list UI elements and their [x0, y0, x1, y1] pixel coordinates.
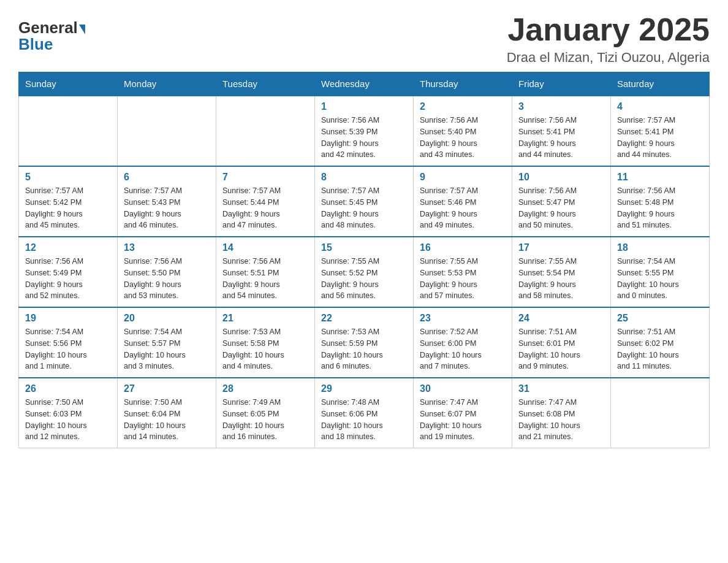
calendar-cell: 16Sunrise: 7:55 AM Sunset: 5:53 PM Dayli… — [414, 237, 512, 307]
calendar-cell: 26Sunrise: 7:50 AM Sunset: 6:03 PM Dayli… — [19, 378, 118, 448]
page-header: General Blue January 2025 Draa el Mizan,… — [18, 12, 710, 66]
week-row-4: 19Sunrise: 7:54 AM Sunset: 5:56 PM Dayli… — [19, 307, 710, 378]
day-number: 17 — [518, 242, 604, 253]
calendar-cell: 24Sunrise: 7:51 AM Sunset: 6:01 PM Dayli… — [512, 307, 611, 378]
day-info: Sunrise: 7:50 AM Sunset: 6:03 PM Dayligh… — [25, 397, 111, 443]
calendar-cell: 29Sunrise: 7:48 AM Sunset: 6:06 PM Dayli… — [315, 378, 414, 448]
day-number: 27 — [124, 383, 210, 394]
day-info: Sunrise: 7:47 AM Sunset: 6:08 PM Dayligh… — [518, 397, 604, 443]
day-number: 20 — [124, 313, 210, 324]
calendar-cell: 8Sunrise: 7:57 AM Sunset: 5:45 PM Daylig… — [315, 166, 414, 237]
calendar-cell: 19Sunrise: 7:54 AM Sunset: 5:56 PM Dayli… — [19, 307, 118, 378]
calendar-cell: 28Sunrise: 7:49 AM Sunset: 6:05 PM Dayli… — [216, 378, 315, 448]
calendar-cell: 27Sunrise: 7:50 AM Sunset: 6:04 PM Dayli… — [118, 378, 216, 448]
calendar-cell: 5Sunrise: 7:57 AM Sunset: 5:42 PM Daylig… — [19, 166, 118, 237]
column-header-saturday: Saturday — [611, 72, 710, 96]
calendar-cell: 4Sunrise: 7:57 AM Sunset: 5:41 PM Daylig… — [611, 96, 710, 166]
day-info: Sunrise: 7:54 AM Sunset: 5:56 PM Dayligh… — [25, 326, 111, 372]
calendar-cell — [118, 96, 216, 166]
day-info: Sunrise: 7:57 AM Sunset: 5:46 PM Dayligh… — [420, 185, 506, 231]
day-number: 22 — [321, 313, 407, 324]
logo-blue-text: Blue — [18, 35, 53, 54]
calendar-cell: 12Sunrise: 7:56 AM Sunset: 5:49 PM Dayli… — [19, 237, 118, 307]
day-info: Sunrise: 7:53 AM Sunset: 5:58 PM Dayligh… — [222, 326, 308, 372]
calendar-cell: 23Sunrise: 7:52 AM Sunset: 6:00 PM Dayli… — [414, 307, 512, 378]
day-number: 6 — [124, 172, 210, 183]
day-info: Sunrise: 7:56 AM Sunset: 5:39 PM Dayligh… — [321, 115, 407, 161]
day-info: Sunrise: 7:57 AM Sunset: 5:44 PM Dayligh… — [222, 185, 308, 231]
calendar-cell: 3Sunrise: 7:56 AM Sunset: 5:41 PM Daylig… — [512, 96, 611, 166]
day-number: 25 — [617, 313, 703, 324]
calendar-cell: 21Sunrise: 7:53 AM Sunset: 5:58 PM Dayli… — [216, 307, 315, 378]
calendar-cell: 20Sunrise: 7:54 AM Sunset: 5:57 PM Dayli… — [118, 307, 216, 378]
day-info: Sunrise: 7:53 AM Sunset: 5:59 PM Dayligh… — [321, 326, 407, 372]
week-row-3: 12Sunrise: 7:56 AM Sunset: 5:49 PM Dayli… — [19, 237, 710, 307]
calendar-cell: 11Sunrise: 7:56 AM Sunset: 5:48 PM Dayli… — [611, 166, 710, 237]
calendar-header-row: SundayMondayTuesdayWednesdayThursdayFrid… — [19, 72, 710, 96]
day-number: 4 — [617, 101, 703, 112]
day-number: 26 — [25, 383, 111, 394]
day-info: Sunrise: 7:47 AM Sunset: 6:07 PM Dayligh… — [420, 397, 506, 443]
day-info: Sunrise: 7:56 AM Sunset: 5:40 PM Dayligh… — [420, 115, 506, 161]
day-number: 12 — [25, 242, 111, 253]
day-info: Sunrise: 7:56 AM Sunset: 5:47 PM Dayligh… — [518, 185, 604, 231]
day-number: 7 — [222, 172, 308, 183]
calendar-title: January 2025 — [507, 12, 710, 47]
week-row-5: 26Sunrise: 7:50 AM Sunset: 6:03 PM Dayli… — [19, 378, 710, 448]
day-info: Sunrise: 7:55 AM Sunset: 5:53 PM Dayligh… — [420, 256, 506, 302]
calendar-cell: 13Sunrise: 7:56 AM Sunset: 5:50 PM Dayli… — [118, 237, 216, 307]
calendar-cell: 14Sunrise: 7:56 AM Sunset: 5:51 PM Dayli… — [216, 237, 315, 307]
column-header-tuesday: Tuesday — [216, 72, 315, 96]
day-number: 10 — [518, 172, 604, 183]
day-number: 11 — [617, 172, 703, 183]
logo: General Blue — [18, 18, 85, 54]
day-number: 23 — [420, 313, 506, 324]
calendar-cell: 30Sunrise: 7:47 AM Sunset: 6:07 PM Dayli… — [414, 378, 512, 448]
day-info: Sunrise: 7:52 AM Sunset: 6:00 PM Dayligh… — [420, 326, 506, 372]
day-number: 21 — [222, 313, 308, 324]
calendar-cell: 15Sunrise: 7:55 AM Sunset: 5:52 PM Dayli… — [315, 237, 414, 307]
calendar-cell — [216, 96, 315, 166]
column-header-monday: Monday — [118, 72, 216, 96]
day-number: 19 — [25, 313, 111, 324]
logo-arrow-icon — [79, 25, 85, 34]
calendar-table: SundayMondayTuesdayWednesdayThursdayFrid… — [18, 72, 710, 448]
day-number: 30 — [420, 383, 506, 394]
calendar-cell: 17Sunrise: 7:55 AM Sunset: 5:54 PM Dayli… — [512, 237, 611, 307]
day-info: Sunrise: 7:56 AM Sunset: 5:49 PM Dayligh… — [25, 256, 111, 302]
column-header-thursday: Thursday — [414, 72, 512, 96]
calendar-cell — [19, 96, 118, 166]
calendar-cell: 9Sunrise: 7:57 AM Sunset: 5:46 PM Daylig… — [414, 166, 512, 237]
day-number: 3 — [518, 101, 604, 112]
calendar-cell: 31Sunrise: 7:47 AM Sunset: 6:08 PM Dayli… — [512, 378, 611, 448]
day-info: Sunrise: 7:54 AM Sunset: 5:55 PM Dayligh… — [617, 256, 703, 302]
day-info: Sunrise: 7:51 AM Sunset: 6:02 PM Dayligh… — [617, 326, 703, 372]
day-info: Sunrise: 7:56 AM Sunset: 5:51 PM Dayligh… — [222, 256, 308, 302]
calendar-cell: 22Sunrise: 7:53 AM Sunset: 5:59 PM Dayli… — [315, 307, 414, 378]
day-number: 28 — [222, 383, 308, 394]
day-info: Sunrise: 7:57 AM Sunset: 5:45 PM Dayligh… — [321, 185, 407, 231]
day-info: Sunrise: 7:57 AM Sunset: 5:43 PM Dayligh… — [124, 185, 210, 231]
day-number: 9 — [420, 172, 506, 183]
day-number: 24 — [518, 313, 604, 324]
day-number: 5 — [25, 172, 111, 183]
calendar-cell: 25Sunrise: 7:51 AM Sunset: 6:02 PM Dayli… — [611, 307, 710, 378]
column-header-wednesday: Wednesday — [315, 72, 414, 96]
calendar-cell: 7Sunrise: 7:57 AM Sunset: 5:44 PM Daylig… — [216, 166, 315, 237]
calendar-cell — [611, 378, 710, 448]
day-number: 16 — [420, 242, 506, 253]
day-number: 2 — [420, 101, 506, 112]
calendar-cell: 2Sunrise: 7:56 AM Sunset: 5:40 PM Daylig… — [414, 96, 512, 166]
calendar-cell: 1Sunrise: 7:56 AM Sunset: 5:39 PM Daylig… — [315, 96, 414, 166]
day-info: Sunrise: 7:50 AM Sunset: 6:04 PM Dayligh… — [124, 397, 210, 443]
day-number: 31 — [518, 383, 604, 394]
column-header-friday: Friday — [512, 72, 611, 96]
week-row-2: 5Sunrise: 7:57 AM Sunset: 5:42 PM Daylig… — [19, 166, 710, 237]
day-number: 13 — [124, 242, 210, 253]
day-number: 1 — [321, 101, 407, 112]
day-number: 15 — [321, 242, 407, 253]
day-number: 29 — [321, 383, 407, 394]
day-info: Sunrise: 7:55 AM Sunset: 5:52 PM Dayligh… — [321, 256, 407, 302]
day-info: Sunrise: 7:56 AM Sunset: 5:41 PM Dayligh… — [518, 115, 604, 161]
day-info: Sunrise: 7:57 AM Sunset: 5:42 PM Dayligh… — [25, 185, 111, 231]
